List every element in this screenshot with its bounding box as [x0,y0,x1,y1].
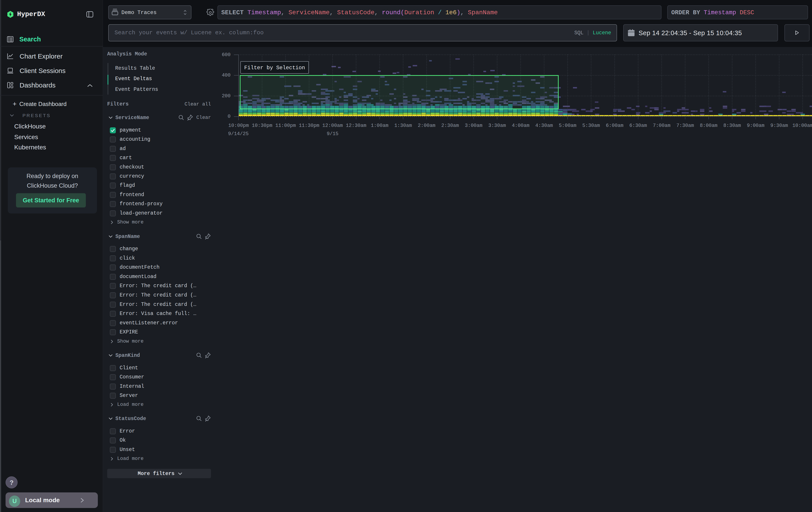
svg-text:10:00am: 10:00am [792,123,812,129]
svg-text:6:00am: 6:00am [606,123,624,129]
svg-text:1:30am: 1:30am [394,123,412,129]
svg-text:2:00am: 2:00am [418,123,435,129]
svg-text:1:00am: 1:00am [371,123,388,129]
svg-text:9/15: 9/15 [327,131,339,137]
svg-text:8:00am: 8:00am [700,123,718,129]
svg-text:8:30am: 8:30am [723,123,741,129]
svg-text:10:00pm: 10:00pm [228,123,249,129]
svg-text:11:00pm: 11:00pm [275,123,296,129]
svg-text:7:00am: 7:00am [653,123,670,129]
svg-text:9:30am: 9:30am [771,123,788,129]
svg-text:7:30am: 7:30am [676,123,694,129]
svg-text:4:30am: 4:30am [535,123,553,129]
svg-text:Filter by Selection: Filter by Selection [244,65,305,71]
svg-text:5:30am: 5:30am [582,123,600,129]
svg-text:3:00am: 3:00am [465,123,482,129]
svg-text:9:00am: 9:00am [747,123,764,129]
svg-text:6:30am: 6:30am [629,123,647,129]
svg-text:3:30am: 3:30am [488,123,506,129]
svg-text:2:30am: 2:30am [441,123,459,129]
svg-text:0: 0 [228,114,231,119]
svg-text:600: 600 [222,52,231,58]
svg-text:9/14/25: 9/14/25 [228,131,249,137]
svg-text:4:00am: 4:00am [512,123,529,129]
svg-text:10:30pm: 10:30pm [252,123,272,129]
svg-text:12:00am: 12:00am [322,123,343,129]
svg-text:12:30am: 12:30am [346,123,366,129]
svg-text:11:30pm: 11:30pm [299,123,319,129]
svg-text:200: 200 [222,93,231,99]
svg-text:400: 400 [222,73,231,78]
svg-text:5:00am: 5:00am [559,123,576,129]
